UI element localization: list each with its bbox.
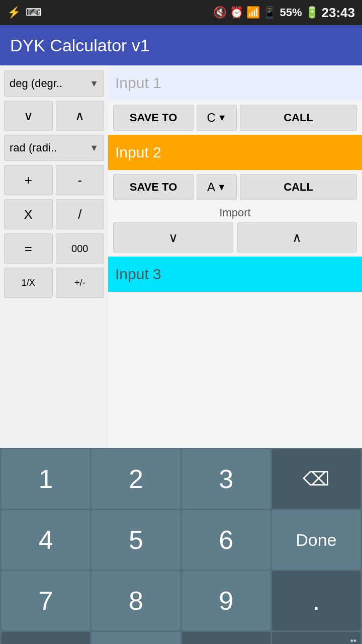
key-dot[interactable]: . xyxy=(272,571,360,630)
divide-button[interactable]: / xyxy=(56,199,105,229)
alarm-icon: ⏰ xyxy=(230,6,243,19)
right-panel: Input 1 SAVE TO C ▼ CALL Input 2 SAVE TO… xyxy=(108,65,362,448)
import-caret-button[interactable]: ∧ xyxy=(237,222,357,253)
input-1[interactable]: Input 1 xyxy=(108,65,362,101)
import-buttons: ∨ ∧ xyxy=(113,222,357,253)
key-6[interactable]: 6 xyxy=(182,510,270,570)
key-3[interactable]: 3 xyxy=(182,449,270,509)
input-3-placeholder: Input 3 xyxy=(115,266,161,283)
mute-icon: 🔇 xyxy=(213,6,227,19)
equals-button[interactable]: = xyxy=(4,233,53,264)
dropdown-rad-label: rad (radi.. xyxy=(10,141,57,154)
dropdown-rad-arrow: ▼ xyxy=(89,143,99,153)
key-5[interactable]: 5 xyxy=(92,510,180,570)
time: 23:43 xyxy=(322,5,355,21)
status-left-icons: ⚡ ⌨ xyxy=(7,6,42,19)
key-clipboard[interactable]: •• 📋 xyxy=(272,632,360,644)
import-section: Import ∨ ∧ xyxy=(108,204,362,257)
usb-icon: ⚡ xyxy=(7,6,21,19)
var-arrow-1: ▼ xyxy=(218,113,227,123)
key-empty-left xyxy=(2,632,90,644)
key-empty-right xyxy=(182,632,270,644)
status-bar: ⚡ ⌨ 🔇 ⏰ 📶 📱 55% 🔋 23:43 xyxy=(0,0,362,25)
call-button-1[interactable]: CALL xyxy=(240,105,357,131)
var-arrow-2: ▼ xyxy=(217,182,226,193)
input-3[interactable]: Input 3 xyxy=(108,257,362,292)
times-button[interactable]: X xyxy=(4,199,53,229)
save-to-button-2[interactable]: SAVE TO xyxy=(113,174,194,200)
key-done[interactable]: Done xyxy=(272,510,360,570)
var-label-2: A xyxy=(207,180,215,194)
caret-button-1[interactable]: ∧ xyxy=(56,101,105,131)
var-select-1[interactable]: C ▼ xyxy=(197,105,237,131)
op-buttons-row5: 1/X +/- xyxy=(4,268,104,298)
key-7[interactable]: 7 xyxy=(2,571,90,630)
op-buttons-row2: + - xyxy=(4,165,104,195)
battery-percent: 55% xyxy=(280,6,302,19)
plusminus-button[interactable]: +/- xyxy=(56,268,105,298)
input-2-placeholder: Input 2 xyxy=(115,144,161,161)
battery-icon: 🔋 xyxy=(305,6,319,19)
main-content: deg (degr.. ▼ ∨ ∧ rad (radi.. ▼ + - X / … xyxy=(0,65,362,448)
control-row-2: SAVE TO A ▼ CALL xyxy=(108,170,362,204)
key-0[interactable]: 0 xyxy=(92,632,180,644)
dropdown-deg[interactable]: deg (degr.. ▼ xyxy=(4,70,104,97)
signal-icon: 📱 xyxy=(263,6,277,19)
dropdown-deg-label: deg (degr.. xyxy=(10,77,62,90)
v-button-1[interactable]: ∨ xyxy=(4,101,53,131)
app-title: DYK Calculator v1 xyxy=(10,36,150,55)
input-2[interactable]: Input 2 xyxy=(108,135,362,170)
dropdown-deg-arrow: ▼ xyxy=(89,78,99,89)
control-row-1: SAVE TO C ▼ CALL xyxy=(108,101,362,135)
import-v-button[interactable]: ∨ xyxy=(113,222,233,253)
status-right-icons: 🔇 ⏰ 📶 📱 55% 🔋 23:43 xyxy=(213,5,355,21)
var-select-2[interactable]: A ▼ xyxy=(197,174,237,200)
left-panel: deg (degr.. ▼ ∨ ∧ rad (radi.. ▼ + - X / … xyxy=(0,65,108,448)
key-1[interactable]: 1 xyxy=(2,449,90,509)
key-8[interactable]: 8 xyxy=(92,571,180,630)
plus-button[interactable]: + xyxy=(4,165,53,195)
call-button-2[interactable]: CALL xyxy=(240,174,357,200)
op-buttons-row4: = 000 xyxy=(4,233,104,264)
triple0-button[interactable]: 000 xyxy=(56,233,105,264)
reciprocal-button[interactable]: 1/X xyxy=(4,268,53,298)
op-buttons-row1: ∨ ∧ xyxy=(4,101,104,131)
settings-dots: •• xyxy=(350,636,356,644)
minus-button[interactable]: - xyxy=(56,165,105,195)
app-bar: DYK Calculator v1 xyxy=(0,25,362,65)
key-backspace[interactable]: ⌫ xyxy=(272,449,360,509)
op-buttons-row3: X / xyxy=(4,199,104,229)
input-1-placeholder: Input 1 xyxy=(115,74,161,92)
key-2[interactable]: 2 xyxy=(92,449,180,509)
import-label: Import xyxy=(219,206,250,219)
keyboard-icon: ⌨ xyxy=(26,6,42,19)
key-9[interactable]: 9 xyxy=(182,571,270,630)
key-4[interactable]: 4 xyxy=(2,510,90,570)
save-to-button-1[interactable]: SAVE TO xyxy=(113,105,194,131)
numpad: 1 2 3 ⌫ 4 5 6 Done 7 8 9 . 0 •• 📋 xyxy=(0,448,362,644)
wifi-icon: 📶 xyxy=(246,6,260,19)
dropdown-rad[interactable]: rad (radi.. ▼ xyxy=(4,135,104,161)
var-label-1: C xyxy=(207,111,215,125)
